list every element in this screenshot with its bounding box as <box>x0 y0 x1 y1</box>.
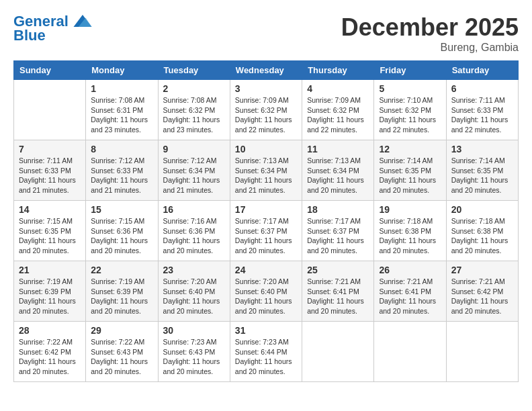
day-number: 26 <box>379 265 441 275</box>
day-info: Sunrise: 7:17 AM Sunset: 6:37 PM Dayligh… <box>235 216 297 256</box>
day-info: Sunrise: 7:14 AM Sunset: 6:35 PM Dayligh… <box>451 156 513 195</box>
day-number: 28 <box>19 325 81 336</box>
calendar-cell: 24Sunrise: 7:20 AM Sunset: 6:40 PM Dayli… <box>230 261 302 322</box>
day-number: 27 <box>451 265 513 275</box>
calendar-body: 1Sunrise: 7:08 AM Sunset: 6:31 PM Daylig… <box>14 80 519 382</box>
calendar-cell: 19Sunrise: 7:18 AM Sunset: 6:38 PM Dayli… <box>374 201 446 261</box>
day-info: Sunrise: 7:15 AM Sunset: 6:36 PM Dayligh… <box>91 216 152 256</box>
day-number: 24 <box>235 265 297 275</box>
calendar-cell: 16Sunrise: 7:16 AM Sunset: 6:36 PM Dayli… <box>158 201 230 261</box>
week-row-5: 28Sunrise: 7:22 AM Sunset: 6:42 PM Dayli… <box>14 322 519 382</box>
day-info: Sunrise: 7:15 AM Sunset: 6:35 PM Dayligh… <box>19 216 81 256</box>
weekday-monday: Monday <box>86 61 158 80</box>
day-info: Sunrise: 7:14 AM Sunset: 6:35 PM Dayligh… <box>379 156 441 195</box>
weekday-wednesday: Wednesday <box>230 61 302 80</box>
calendar-cell: 17Sunrise: 7:17 AM Sunset: 6:37 PM Dayli… <box>230 201 302 261</box>
week-row-1: 1Sunrise: 7:08 AM Sunset: 6:31 PM Daylig… <box>14 80 519 140</box>
calendar-cell: 14Sunrise: 7:15 AM Sunset: 6:35 PM Dayli… <box>14 201 86 261</box>
location: Bureng, Gambia <box>341 42 519 54</box>
calendar-cell: 7Sunrise: 7:11 AM Sunset: 6:33 PM Daylig… <box>14 140 86 201</box>
calendar-cell: 13Sunrise: 7:14 AM Sunset: 6:35 PM Dayli… <box>446 140 518 201</box>
day-number: 12 <box>379 144 441 154</box>
weekday-sunday: Sunday <box>14 61 86 80</box>
calendar-cell: 8Sunrise: 7:12 AM Sunset: 6:33 PM Daylig… <box>86 140 158 201</box>
day-info: Sunrise: 7:12 AM Sunset: 6:33 PM Dayligh… <box>91 156 152 195</box>
calendar-cell <box>446 322 518 382</box>
calendar-cell <box>14 80 86 140</box>
day-number: 13 <box>451 144 513 154</box>
calendar-cell: 9Sunrise: 7:12 AM Sunset: 6:34 PM Daylig… <box>158 140 230 201</box>
calendar-cell: 27Sunrise: 7:21 AM Sunset: 6:42 PM Dayli… <box>446 261 518 322</box>
day-number: 15 <box>91 204 152 215</box>
day-info: Sunrise: 7:13 AM Sunset: 6:34 PM Dayligh… <box>235 156 297 195</box>
day-info: Sunrise: 7:21 AM Sunset: 6:41 PM Dayligh… <box>379 277 441 316</box>
calendar-cell: 15Sunrise: 7:15 AM Sunset: 6:36 PM Dayli… <box>86 201 158 261</box>
day-info: Sunrise: 7:08 AM Sunset: 6:31 PM Dayligh… <box>91 95 152 135</box>
day-number: 19 <box>379 204 441 215</box>
calendar-cell <box>374 322 446 382</box>
day-info: Sunrise: 7:22 AM Sunset: 6:43 PM Dayligh… <box>91 337 152 377</box>
day-number: 7 <box>19 144 81 154</box>
day-info: Sunrise: 7:18 AM Sunset: 6:38 PM Dayligh… <box>379 216 441 256</box>
calendar-cell: 21Sunrise: 7:19 AM Sunset: 6:39 PM Dayli… <box>14 261 86 322</box>
logo: General Blue <box>13 13 92 44</box>
day-info: Sunrise: 7:08 AM Sunset: 6:32 PM Dayligh… <box>163 95 225 135</box>
day-info: Sunrise: 7:20 AM Sunset: 6:40 PM Dayligh… <box>235 277 297 316</box>
day-number: 16 <box>163 204 225 215</box>
day-info: Sunrise: 7:10 AM Sunset: 6:32 PM Dayligh… <box>379 95 441 135</box>
calendar-header: SundayMondayTuesdayWednesdayThursdayFrid… <box>14 61 519 80</box>
calendar-cell: 22Sunrise: 7:19 AM Sunset: 6:39 PM Dayli… <box>86 261 158 322</box>
day-info: Sunrise: 7:22 AM Sunset: 6:42 PM Dayligh… <box>19 337 81 377</box>
calendar-cell: 29Sunrise: 7:22 AM Sunset: 6:43 PM Dayli… <box>86 322 158 382</box>
calendar-cell: 12Sunrise: 7:14 AM Sunset: 6:35 PM Dayli… <box>374 140 446 201</box>
day-number: 5 <box>379 83 441 94</box>
day-number: 23 <box>163 265 225 275</box>
day-info: Sunrise: 7:16 AM Sunset: 6:36 PM Dayligh… <box>163 216 225 256</box>
day-number: 6 <box>451 83 513 94</box>
calendar-cell: 28Sunrise: 7:22 AM Sunset: 6:42 PM Dayli… <box>14 322 86 382</box>
day-info: Sunrise: 7:09 AM Sunset: 6:32 PM Dayligh… <box>235 95 297 135</box>
day-info: Sunrise: 7:19 AM Sunset: 6:39 PM Dayligh… <box>19 277 81 316</box>
day-number: 30 <box>163 325 225 336</box>
day-info: Sunrise: 7:21 AM Sunset: 6:41 PM Dayligh… <box>307 277 369 316</box>
weekday-tuesday: Tuesday <box>158 61 230 80</box>
day-info: Sunrise: 7:11 AM Sunset: 6:33 PM Dayligh… <box>19 156 81 195</box>
weekday-thursday: Thursday <box>302 61 374 80</box>
day-info: Sunrise: 7:23 AM Sunset: 6:43 PM Dayligh… <box>163 337 225 377</box>
day-info: Sunrise: 7:19 AM Sunset: 6:39 PM Dayligh… <box>91 277 152 316</box>
weekday-saturday: Saturday <box>446 61 518 80</box>
calendar-cell: 18Sunrise: 7:17 AM Sunset: 6:37 PM Dayli… <box>302 201 374 261</box>
weekday-header-row: SundayMondayTuesdayWednesdayThursdayFrid… <box>14 61 519 80</box>
day-number: 11 <box>307 144 369 154</box>
calendar-cell: 1Sunrise: 7:08 AM Sunset: 6:31 PM Daylig… <box>86 80 158 140</box>
day-number: 22 <box>91 265 152 275</box>
month-title: December 2025 <box>341 13 519 42</box>
day-number: 18 <box>307 204 369 215</box>
calendar-cell: 11Sunrise: 7:13 AM Sunset: 6:34 PM Dayli… <box>302 140 374 201</box>
calendar-cell: 5Sunrise: 7:10 AM Sunset: 6:32 PM Daylig… <box>374 80 446 140</box>
weekday-friday: Friday <box>374 61 446 80</box>
page-header: General Blue December 2025 Bureng, Gambi… <box>13 13 519 54</box>
calendar-cell: 26Sunrise: 7:21 AM Sunset: 6:41 PM Dayli… <box>374 261 446 322</box>
calendar-cell: 25Sunrise: 7:21 AM Sunset: 6:41 PM Dayli… <box>302 261 374 322</box>
day-number: 29 <box>91 325 152 336</box>
day-number: 4 <box>307 83 369 94</box>
day-number: 17 <box>235 204 297 215</box>
calendar-cell: 20Sunrise: 7:18 AM Sunset: 6:38 PM Dayli… <box>446 201 518 261</box>
calendar-cell: 3Sunrise: 7:09 AM Sunset: 6:32 PM Daylig… <box>230 80 302 140</box>
day-info: Sunrise: 7:17 AM Sunset: 6:37 PM Dayligh… <box>307 216 369 256</box>
calendar-cell: 2Sunrise: 7:08 AM Sunset: 6:32 PM Daylig… <box>158 80 230 140</box>
day-info: Sunrise: 7:23 AM Sunset: 6:44 PM Dayligh… <box>235 337 297 377</box>
day-number: 9 <box>163 144 225 154</box>
day-info: Sunrise: 7:20 AM Sunset: 6:40 PM Dayligh… <box>163 277 225 316</box>
calendar-cell: 4Sunrise: 7:09 AM Sunset: 6:32 PM Daylig… <box>302 80 374 140</box>
day-info: Sunrise: 7:18 AM Sunset: 6:38 PM Dayligh… <box>451 216 513 256</box>
day-info: Sunrise: 7:21 AM Sunset: 6:42 PM Dayligh… <box>451 277 513 316</box>
day-number: 14 <box>19 204 81 215</box>
calendar-cell: 10Sunrise: 7:13 AM Sunset: 6:34 PM Dayli… <box>230 140 302 201</box>
calendar-cell: 30Sunrise: 7:23 AM Sunset: 6:43 PM Dayli… <box>158 322 230 382</box>
day-number: 3 <box>235 83 297 94</box>
day-info: Sunrise: 7:13 AM Sunset: 6:34 PM Dayligh… <box>307 156 369 195</box>
title-section: December 2025 Bureng, Gambia <box>341 13 519 54</box>
day-number: 1 <box>91 83 152 94</box>
